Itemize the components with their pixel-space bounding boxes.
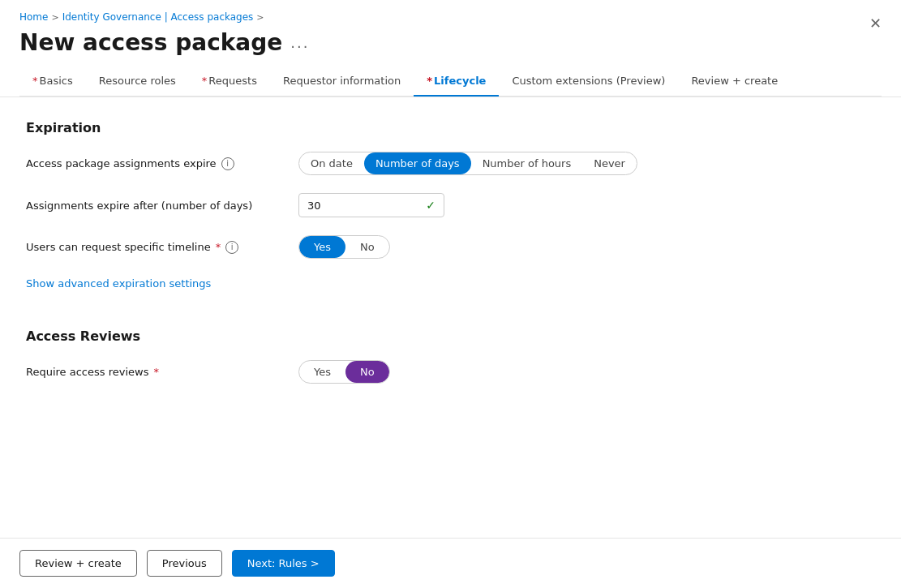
tab-basics[interactable]: *Basics xyxy=(19,67,86,97)
require-reviews-required: * xyxy=(153,366,159,378)
tab-lifecycle[interactable]: *Lifecycle xyxy=(414,67,499,97)
review-create-button[interactable]: Review + create xyxy=(19,550,137,577)
specific-timeline-label: Users can request specific timeline * i xyxy=(26,241,285,254)
seg-never[interactable]: Never xyxy=(582,152,637,174)
breadcrumb-home[interactable]: Home xyxy=(19,11,48,23)
access-reviews-section: Access Reviews Require access reviews * … xyxy=(26,328,875,384)
check-icon: ✓ xyxy=(426,199,435,212)
days-label: Assignments expire after (number of days… xyxy=(26,200,285,212)
breadcrumb-sep1: > xyxy=(51,12,58,23)
requests-required-star: * xyxy=(202,75,208,87)
assignments-expire-row: Access package assignments expire i On d… xyxy=(26,152,875,175)
basics-required-star: * xyxy=(32,75,38,87)
assignments-expire-info-icon[interactable]: i xyxy=(221,157,234,170)
breadcrumb-sep2: > xyxy=(256,12,264,23)
tab-bar: *Basics Resource roles *Requests Request… xyxy=(19,66,882,97)
page-title: New access package xyxy=(19,29,282,56)
seg-number-of-hours[interactable]: Number of hours xyxy=(471,152,583,174)
specific-timeline-yes[interactable]: Yes xyxy=(299,236,345,258)
expiration-title: Expiration xyxy=(26,120,875,135)
specific-timeline-info-icon[interactable]: i xyxy=(225,241,238,254)
tab-resource-roles[interactable]: Resource roles xyxy=(86,67,189,97)
footer: Review + create Previous Next: Rules > xyxy=(0,538,901,588)
header: Home > Identity Governance | Access pack… xyxy=(0,0,901,97)
advanced-expiration-link[interactable]: Show advanced expiration settings xyxy=(26,277,211,290)
title-row: New access package ... xyxy=(19,29,882,56)
require-reviews-toggle[interactable]: Yes No xyxy=(298,360,390,384)
more-options-button[interactable]: ... xyxy=(290,34,309,51)
tab-requests[interactable]: *Requests xyxy=(189,67,270,97)
specific-timeline-toggle[interactable]: Yes No xyxy=(298,235,390,259)
days-input[interactable]: 30 ✓ xyxy=(298,193,444,217)
tab-requestor-info[interactable]: Requestor information xyxy=(270,67,414,97)
days-value-row: Assignments expire after (number of days… xyxy=(26,193,875,217)
lifecycle-required-star: * xyxy=(427,75,432,87)
specific-timeline-row: Users can request specific timeline * i … xyxy=(26,235,875,259)
specific-timeline-required: * xyxy=(216,241,221,253)
assignments-expire-label: Access package assignments expire i xyxy=(26,157,285,170)
previous-button[interactable]: Previous xyxy=(147,550,222,577)
tab-custom-extensions[interactable]: Custom extensions (Preview) xyxy=(499,67,678,97)
expiration-options[interactable]: On date Number of days Number of hours N… xyxy=(298,152,637,175)
access-reviews-title: Access Reviews xyxy=(26,328,875,344)
require-reviews-yes[interactable]: Yes xyxy=(299,361,345,383)
require-reviews-label: Require access reviews * xyxy=(26,366,285,378)
page-wrapper: ✕ Home > Identity Governance | Access pa… xyxy=(0,0,901,588)
seg-number-of-days[interactable]: Number of days xyxy=(364,152,471,174)
specific-timeline-no[interactable]: No xyxy=(345,236,389,258)
seg-on-date[interactable]: On date xyxy=(299,152,364,174)
main-content: Expiration Access package assignments ex… xyxy=(0,97,901,538)
breadcrumb-identity[interactable]: Identity Governance | Access packages xyxy=(62,11,254,23)
require-reviews-row: Require access reviews * Yes No xyxy=(26,360,875,384)
close-button[interactable]: ✕ xyxy=(866,11,885,36)
breadcrumb: Home > Identity Governance | Access pack… xyxy=(19,11,882,23)
expiration-section: Expiration Access package assignments ex… xyxy=(26,120,875,312)
tab-review-create[interactable]: Review + create xyxy=(678,67,791,97)
require-reviews-no[interactable]: No xyxy=(345,361,389,383)
next-button[interactable]: Next: Rules > xyxy=(232,550,335,577)
